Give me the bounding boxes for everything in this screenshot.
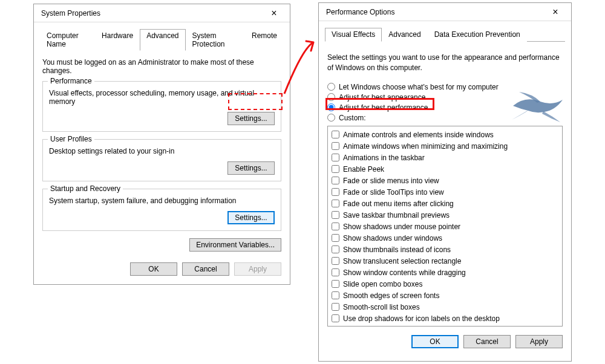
list-item[interactable]: Save taskbar thumbnail previews [332,210,558,221]
dialog-footer: OK Cancel Apply [34,258,290,284]
system-properties-dialog: System Properties × Computer NameHardwar… [33,4,290,285]
tab-advanced[interactable]: Advanced [382,28,427,42]
checkbox-label: Animate controls and elements inside win… [343,129,494,140]
radio-input[interactable] [327,93,335,101]
user-profiles-settings-button[interactable]: Settings... [227,161,275,175]
tab-strip: Computer NameHardwareAdvancedSystem Prot… [40,28,284,51]
list-item[interactable]: Slide open combo boxes [332,279,558,290]
list-item[interactable]: Show shadows under windows [332,233,558,244]
checkbox-input[interactable] [332,165,339,173]
group-desc: System startup, system failure, and debu… [49,197,275,205]
close-icon[interactable]: × [262,5,286,22]
radio-input[interactable] [327,83,335,91]
checkbox-label: Fade or slide menus into view [343,175,439,186]
radio-option[interactable]: Adjust for best performance [327,103,563,112]
checkbox-label: Use drop shadows for icon labels on the … [343,313,500,324]
group-startup-recovery: Startup and Recovery System startup, sys… [42,189,281,231]
radio-label: Adjust for best performance [339,103,428,112]
tab-advanced[interactable]: Advanced [140,29,185,51]
list-item[interactable]: Show thumbnails instead of icons [332,244,558,255]
tab-system-protection[interactable]: System Protection [186,29,245,51]
checkbox-label: Slide open combo boxes [343,279,422,290]
radio-label: Custom: [339,114,366,122]
tab-computer-name[interactable]: Computer Name [40,29,95,51]
tab-remote[interactable]: Remote [245,29,284,51]
group-desc: Desktop settings related to your sign-in [49,147,275,155]
cancel-button[interactable]: Cancel [182,262,229,276]
group-performance: Performance Visual effects, processor sc… [42,81,281,132]
radio-option[interactable]: Custom: [327,114,563,122]
list-item[interactable]: Fade or slide ToolTips into view [332,187,558,198]
checkbox-label: Show shadows under windows [343,233,442,244]
list-item[interactable]: Animate controls and elements inside win… [332,129,558,140]
radio-option[interactable]: Let Windows choose what's best for my co… [327,83,563,91]
checkbox-input[interactable] [332,280,339,288]
radio-input[interactable] [327,114,335,122]
checkbox-label: Smooth-scroll list boxes [343,302,420,313]
checkbox-label: Animations in the taskbar [343,152,425,163]
window-title: System Properties [41,9,100,18]
list-item[interactable]: Smooth edges of screen fonts [332,290,558,301]
checkbox-input[interactable] [332,154,339,161]
list-item[interactable]: Animate windows when minimizing and maxi… [332,141,558,152]
radio-group: Let Windows choose what's best for my co… [327,83,563,122]
list-item[interactable]: Use drop shadows for icon labels on the … [332,313,558,324]
checkbox-label: Smooth edges of screen fonts [343,290,439,301]
radio-option[interactable]: Adjust for best appearance [327,93,563,102]
tab-data-execution-prevention[interactable]: Data Execution Prevention [428,28,527,42]
window-title: Performance Options [326,8,394,16]
ok-button[interactable]: OK [130,262,177,276]
list-item[interactable]: Smooth-scroll list boxes [332,302,558,313]
checkbox-input[interactable] [332,142,339,150]
group-legend: Performance [48,77,94,85]
list-item[interactable]: Fade out menu items after clicking [332,198,558,209]
checkbox-input[interactable] [332,268,339,276]
checkbox-label: Show shadows under mouse pointer [343,221,460,232]
list-item[interactable]: Show window contents while dragging [332,267,558,278]
ok-button[interactable]: OK [411,335,459,348]
list-item[interactable]: Enable Peek [332,164,558,175]
checkbox-label: Fade or slide ToolTips into view [343,187,444,198]
startup-recovery-settings-button[interactable]: Settings... [227,211,275,224]
environment-variables-button[interactable]: Environment Variables... [189,238,281,252]
intro-text: You must be logged on as an Administrato… [42,58,281,75]
performance-settings-button[interactable]: Settings... [227,112,275,125]
checkbox-input[interactable] [332,234,339,242]
list-item[interactable]: Show translucent selection rectangle [332,256,558,267]
titlebar: Performance Options × [319,3,571,21]
performance-options-dialog: Performance Options × Visual EffectsAdva… [318,2,572,362]
checkbox-input[interactable] [332,131,339,138]
checkbox-input[interactable] [332,291,339,299]
checkbox-input[interactable] [332,211,339,219]
group-user-profiles: User Profiles Desktop settings related t… [42,139,281,181]
apply-button[interactable]: Apply [515,335,563,348]
list-item[interactable]: Show shadows under mouse pointer [332,221,558,232]
list-item[interactable]: Animations in the taskbar [332,152,558,163]
checkbox-input[interactable] [332,314,339,322]
tab-visual-effects[interactable]: Visual Effects [325,28,382,42]
list-item[interactable]: Fade or slide menus into view [332,175,558,186]
description-text: Select the settings you want to use for … [327,53,563,73]
checkbox-input[interactable] [332,177,339,184]
tab-strip: Visual EffectsAdvancedData Execution Pre… [325,27,565,42]
dialog-body: Select the settings you want to use for … [319,42,571,330]
radio-input[interactable] [327,103,335,111]
checkbox-input[interactable] [332,200,339,207]
cancel-button[interactable]: Cancel [463,335,511,348]
checkbox-label: Fade out menu items after clicking [343,198,454,209]
checkbox-input[interactable] [332,245,339,253]
group-legend: Startup and Recovery [48,184,123,193]
tab-hardware[interactable]: Hardware [95,29,140,51]
dialog-body: You must be logged on as an Administrato… [34,51,290,258]
checkbox-input[interactable] [332,257,339,265]
checkbox-label: Animate windows when minimizing and maxi… [343,141,508,152]
group-legend: User Profiles [48,135,94,143]
visual-effects-list[interactable]: Animate controls and elements inside win… [327,126,563,327]
checkbox-label: Save taskbar thumbnail previews [343,210,450,221]
apply-button[interactable]: Apply [234,262,281,276]
close-icon[interactable]: × [543,4,567,21]
checkbox-input[interactable] [332,303,339,311]
checkbox-input[interactable] [332,223,339,230]
dialog-footer: OK Cancel Apply [319,330,571,357]
checkbox-input[interactable] [332,188,339,196]
